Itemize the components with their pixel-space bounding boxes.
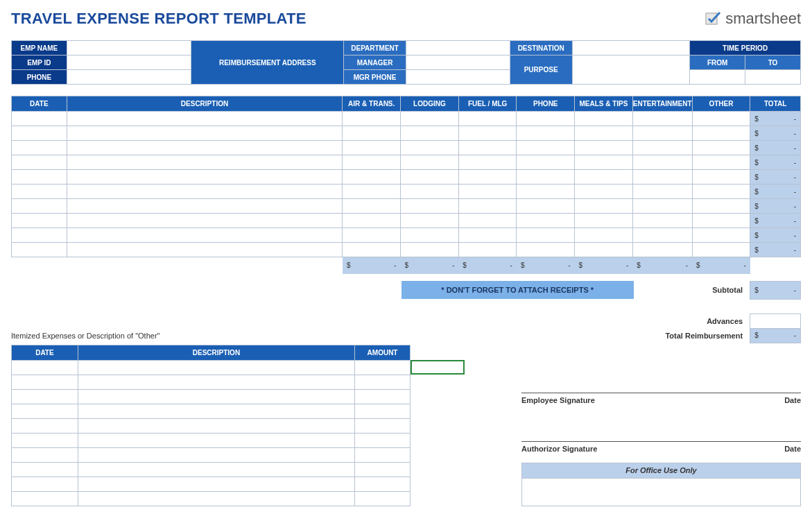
input-destination[interactable]: [572, 41, 690, 55]
label-mgr-phone: MGR PHONE: [344, 70, 406, 85]
label-emp-name: EMP NAME: [12, 41, 67, 55]
table-row: [12, 477, 411, 491]
selected-cell[interactable]: [411, 360, 465, 375]
table-row: [12, 418, 411, 433]
table-row: $-: [12, 228, 801, 243]
table-row: $-: [12, 126, 801, 141]
item-col-amount: AMOUNT: [355, 345, 411, 360]
label-subtotal: Subtotal: [634, 281, 750, 299]
col-lodging: LODGING: [401, 96, 459, 112]
table-row: [12, 447, 411, 462]
label-manager: MANAGER: [344, 55, 406, 70]
input-advances[interactable]: [750, 314, 801, 328]
item-col-date: DATE: [12, 345, 78, 360]
input-phone[interactable]: [67, 70, 191, 85]
table-row: [12, 404, 411, 418]
label-phone: PHONE: [12, 70, 67, 85]
label-total-reimbursement: Total Reimbursement: [634, 328, 750, 343]
input-mgr-phone[interactable]: [406, 70, 510, 85]
receipts-note: * DON'T FORGET TO ATTACH RECEIPTS *: [401, 281, 634, 299]
label-purpose: PURPOSE: [510, 55, 572, 85]
label-emp-id: EMP ID: [12, 55, 67, 70]
input-purpose[interactable]: [572, 55, 690, 85]
row-total: $-: [750, 199, 801, 214]
table-row: $-: [12, 214, 801, 228]
authorizor-signature-line[interactable]: [521, 414, 801, 442]
col-total-other: $-: [692, 257, 750, 274]
office-use-box: For Office Use Only: [521, 463, 801, 506]
value-subtotal: $-: [750, 281, 801, 299]
table-row: [12, 462, 411, 477]
row-total: $-: [750, 155, 801, 170]
label-to: TO: [745, 55, 801, 70]
col-description: DESCRIPTION: [67, 96, 343, 112]
table-row: [12, 433, 411, 447]
label-advances: Advances: [634, 314, 750, 328]
itemized-table: DATE DESCRIPTION AMOUNT: [11, 345, 411, 506]
table-row: $-: [12, 112, 801, 126]
col-other: OTHER: [692, 96, 750, 112]
label-time-period: TIME PERIOD: [690, 41, 801, 55]
item-col-description: DESCRIPTION: [78, 345, 354, 360]
input-manager[interactable]: [406, 55, 510, 70]
page-title: TRAVEL EXPENSE REPORT TEMPLATE: [11, 10, 306, 28]
input-from[interactable]: [690, 70, 745, 85]
col-total-meals: $-: [575, 257, 633, 274]
row-total: $-: [750, 243, 801, 257]
checkmark-icon: [705, 10, 721, 27]
input-emp-id[interactable]: [67, 55, 191, 70]
col-total-phone: $-: [517, 257, 575, 274]
label-sig-date: Date: [784, 396, 801, 404]
table-row: $-: [12, 170, 801, 185]
col-fuel: FUEL / MLG: [458, 96, 517, 112]
row-total: $-: [750, 141, 801, 155]
row-total: $-: [750, 214, 801, 228]
label-destination: DESTINATION: [510, 41, 572, 55]
label-office-use: For Office Use Only: [522, 463, 801, 478]
input-to[interactable]: [745, 70, 801, 85]
col-entertainment: ENTERTAINMENT: [632, 96, 692, 112]
input-emp-name[interactable]: [67, 41, 191, 55]
label-authorizor-signature: Authorizor Signature: [521, 445, 597, 453]
col-total-fuel: $-: [458, 257, 517, 274]
table-row: $-: [12, 199, 801, 214]
table-row: $-: [12, 185, 801, 199]
col-total-entertainment: $-: [632, 257, 692, 274]
row-total: $-: [750, 170, 801, 185]
row-total: $-: [750, 112, 801, 126]
itemized-title: Itemized Expenses or Description of "Oth…: [11, 328, 343, 343]
table-row: [12, 375, 411, 389]
label-department: DEPARTMENT: [344, 41, 406, 55]
smartsheet-logo: smartsheet: [705, 10, 801, 28]
row-total: $-: [750, 185, 801, 199]
column-totals-row: $- $- $- $- $- $- $-: [12, 257, 801, 274]
value-total-reimbursement: $-: [750, 328, 801, 343]
info-table: EMP NAME REIMBURSEMENT ADDRESS DEPARTMEN…: [11, 40, 801, 85]
row-total: $-: [750, 228, 801, 243]
col-phone: PHONE: [517, 96, 575, 112]
col-date: DATE: [12, 96, 67, 112]
table-row: $-: [12, 243, 801, 257]
input-office-use[interactable]: [522, 478, 801, 506]
col-meals: MEALS & TIPS: [575, 96, 633, 112]
employee-signature-line[interactable]: [521, 366, 801, 393]
col-total-lodging: $-: [401, 257, 459, 274]
col-air: AIR & TRANS.: [343, 96, 401, 112]
label-sig-date-2: Date: [784, 445, 801, 453]
input-department[interactable]: [406, 41, 510, 55]
col-total: TOTAL: [750, 96, 801, 112]
label-from: FROM: [690, 55, 745, 70]
label-reimb-addr: REIMBURSEMENT ADDRESS: [191, 41, 344, 85]
col-total-air: $-: [343, 257, 401, 274]
table-row: $-: [12, 155, 801, 170]
row-total: $-: [750, 126, 801, 141]
expense-table: DATE DESCRIPTION AIR & TRANS. LODGING FU…: [11, 96, 801, 274]
table-row: $-: [12, 141, 801, 155]
table-row: [12, 491, 411, 506]
table-row: [12, 389, 411, 404]
table-row: [12, 360, 411, 375]
label-employee-signature: Employee Signature: [521, 396, 595, 404]
